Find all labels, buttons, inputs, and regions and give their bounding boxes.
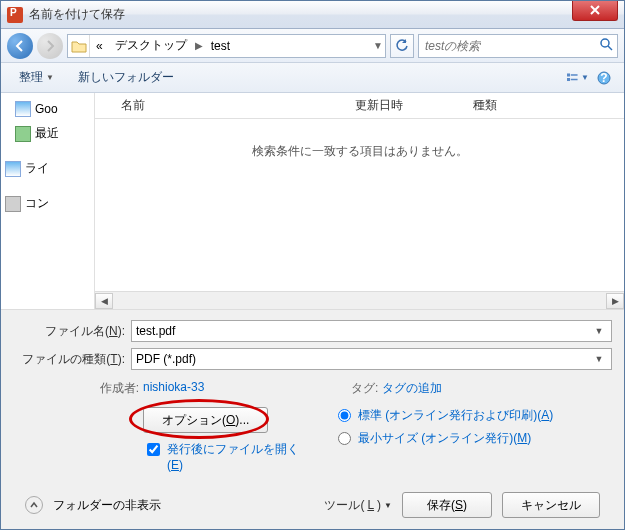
- svg-rect-4: [571, 78, 578, 80]
- folder-icon: [15, 101, 31, 117]
- chevron-right-icon[interactable]: ▶: [193, 40, 205, 51]
- filetype-select[interactable]: PDF (*.pdf)▼: [131, 348, 612, 370]
- optimize-standard-label[interactable]: 標準 (オンライン発行および印刷)(A): [358, 407, 553, 424]
- empty-message: 検索条件に一致する項目はありません。: [95, 119, 624, 291]
- navigation-pane[interactable]: Goo 最近 ライ コン: [1, 93, 95, 309]
- arrow-right-icon: [44, 40, 56, 52]
- organize-button[interactable]: 整理▼: [9, 66, 64, 89]
- computer-icon: [5, 196, 21, 212]
- window-title: 名前を付けて保存: [29, 6, 572, 23]
- navigation-bar: « デスクトップ ▶ test ▼: [1, 29, 624, 63]
- search-icon[interactable]: [595, 37, 617, 54]
- chevron-down-icon[interactable]: ▼: [591, 326, 607, 336]
- breadcrumb-chevron[interactable]: «: [90, 39, 109, 53]
- recent-icon: [15, 126, 31, 142]
- command-bar: 整理▼ 新しいフォルダー ▼ ?: [1, 63, 624, 93]
- open-after-publish-checkbox[interactable]: [147, 443, 160, 456]
- chevron-down-icon[interactable]: ▼: [591, 354, 607, 364]
- close-button[interactable]: [572, 1, 618, 21]
- help-button[interactable]: ?: [592, 68, 616, 88]
- scroll-right-button[interactable]: ▶: [606, 293, 624, 309]
- filename-label: ファイル名(N):: [13, 323, 131, 340]
- optimize-minimum-label[interactable]: 最小サイズ (オンライン発行)(M): [358, 430, 531, 447]
- svg-rect-1: [567, 73, 570, 76]
- column-type[interactable]: 種類: [461, 97, 624, 114]
- filetype-value: PDF (*.pdf): [136, 352, 591, 366]
- tools-menu[interactable]: ツール(L)▼: [324, 497, 392, 514]
- close-icon: [590, 5, 600, 15]
- sidebar-label: ライ: [25, 160, 49, 177]
- hide-folders-label[interactable]: フォルダーの非表示: [53, 497, 161, 514]
- hide-folders-toggle[interactable]: [25, 496, 43, 514]
- open-after-publish-label[interactable]: 発行後にファイルを開く(E): [167, 441, 313, 472]
- filename-value: test.pdf: [136, 324, 591, 338]
- file-browser: Goo 最近 ライ コン 名前 更新日時 種類 検索条件に一致する項目はありませ…: [1, 93, 624, 309]
- optimize-minimum-radio[interactable]: [338, 432, 351, 445]
- column-name[interactable]: 名前: [95, 97, 343, 114]
- refresh-button[interactable]: [390, 34, 414, 58]
- sidebar-item-google[interactable]: Goo: [1, 97, 94, 121]
- refresh-icon: [395, 39, 409, 53]
- sidebar-item-computer[interactable]: コン: [1, 191, 94, 216]
- view-mode-button[interactable]: ▼: [566, 68, 590, 88]
- svg-rect-2: [571, 74, 578, 76]
- title-bar: 名前を付けて保存: [1, 1, 624, 29]
- folder-icon: [68, 35, 90, 57]
- scroll-left-button[interactable]: ◀: [95, 293, 113, 309]
- bottom-panel: ファイル名(N): test.pdf▼ ファイルの種類(T): PDF (*.p…: [1, 309, 624, 530]
- tags-label: タグ:: [324, 380, 382, 397]
- author-label: 作成者:: [13, 380, 143, 397]
- help-icon: ?: [597, 71, 611, 85]
- breadcrumb-bar[interactable]: « デスクトップ ▶ test ▼: [67, 34, 386, 58]
- search-box[interactable]: [418, 34, 618, 58]
- breadcrumb-desktop[interactable]: デスクトップ: [109, 37, 193, 54]
- back-button[interactable]: [7, 33, 33, 59]
- sidebar-label: Goo: [35, 102, 58, 116]
- sidebar-label: コン: [25, 195, 49, 212]
- chevron-down-icon[interactable]: ▼: [371, 40, 385, 51]
- options-button[interactable]: オプション(O)...: [143, 407, 268, 433]
- powerpoint-icon: [7, 7, 23, 23]
- svg-point-0: [601, 39, 609, 47]
- breadcrumb-test[interactable]: test: [205, 39, 236, 53]
- filetype-label: ファイルの種類(T):: [13, 351, 131, 368]
- sidebar-item-libraries[interactable]: ライ: [1, 156, 94, 181]
- author-value[interactable]: nishioka-33: [143, 380, 204, 397]
- file-list-pane: 名前 更新日時 種類 検索条件に一致する項目はありません。 ◀ ▶: [95, 93, 624, 309]
- chevron-down-icon: ▼: [384, 501, 392, 510]
- chevron-up-icon: [30, 501, 38, 509]
- tags-value[interactable]: タグの追加: [382, 380, 442, 397]
- sidebar-item-recent[interactable]: 最近: [1, 121, 94, 146]
- arrow-left-icon: [14, 40, 26, 52]
- filename-input[interactable]: test.pdf▼: [131, 320, 612, 342]
- sidebar-label: 最近: [35, 125, 59, 142]
- svg-text:?: ?: [600, 71, 607, 85]
- forward-button: [37, 33, 63, 59]
- chevron-down-icon: ▼: [581, 73, 589, 82]
- search-input[interactable]: [419, 39, 595, 53]
- list-icon: [567, 72, 579, 84]
- new-folder-button[interactable]: 新しいフォルダー: [68, 66, 184, 89]
- column-headers[interactable]: 名前 更新日時 種類: [95, 93, 624, 119]
- optimize-standard-radio[interactable]: [338, 409, 351, 422]
- save-as-dialog: 名前を付けて保存 « デスクトップ ▶ test ▼: [0, 0, 625, 530]
- svg-rect-3: [567, 78, 570, 81]
- horizontal-scrollbar[interactable]: ◀ ▶: [95, 291, 624, 309]
- chevron-down-icon: ▼: [46, 73, 54, 82]
- library-icon: [5, 161, 21, 177]
- cancel-button[interactable]: キャンセル: [502, 492, 600, 518]
- column-date[interactable]: 更新日時: [343, 97, 461, 114]
- save-button[interactable]: 保存(S): [402, 492, 492, 518]
